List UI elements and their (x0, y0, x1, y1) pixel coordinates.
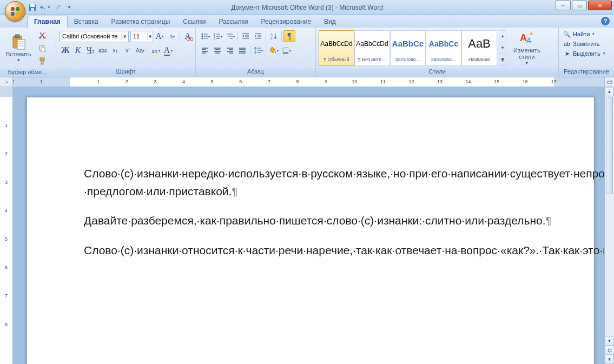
align-left-button[interactable] (199, 44, 211, 56)
minimize-button[interactable]: ─ (556, 1, 571, 10)
tab-page-layout[interactable]: Разметка страницы (104, 16, 176, 28)
qat-customize[interactable]: ▼ (66, 2, 72, 13)
ruler-toggle[interactable] (604, 77, 614, 87)
change-case-button[interactable]: Aa▾ (134, 44, 146, 56)
justify-icon (239, 47, 246, 54)
shading-button[interactable]: ▾ (268, 44, 280, 56)
gallery-more[interactable]: ▼̲ (499, 54, 506, 65)
style-item[interactable]: AaBbCcЗаголово… (390, 30, 426, 66)
bold-button[interactable]: Ж (60, 44, 71, 56)
paragraph[interactable]: Слово·(с)·изнанки·нередко·используется·в… (84, 165, 541, 200)
line-spacing-button[interactable]: ▾ (252, 44, 264, 56)
font-family-combo[interactable]: ▾ (60, 31, 129, 42)
svg-rect-67 (608, 81, 612, 83)
align-right-button[interactable] (224, 44, 236, 56)
underline-button[interactable]: Ч▾ (84, 44, 96, 56)
bullets-button[interactable]: ▾ (199, 30, 211, 42)
vertical-ruler[interactable]: 12345678 (0, 87, 13, 364)
gallery-down[interactable]: ▼ (499, 42, 506, 54)
svg-point-23 (201, 38, 203, 39)
tab-references[interactable]: Ссылки (176, 16, 212, 28)
gallery-up[interactable]: ▲ (499, 31, 506, 43)
qat-save[interactable] (27, 2, 38, 13)
font-size-input[interactable] (131, 33, 147, 39)
chevron-down-icon[interactable]: ▾ (121, 33, 128, 40)
separator (266, 31, 266, 42)
ruler-label: 1 (40, 79, 43, 84)
paragraph[interactable]: Давайте·разберемся,·как·правильно·пишетс… (84, 212, 541, 230)
style-preview: AaB (462, 31, 497, 57)
font-color-button[interactable]: A▾ (162, 44, 174, 56)
style-item[interactable]: AaBbCcЗаголово… (426, 30, 461, 66)
replace-button[interactable]: abЗаменить (561, 39, 612, 49)
help-button[interactable]: ? (601, 17, 610, 25)
grow-font-button[interactable]: A▴ (154, 30, 166, 42)
align-center-button[interactable] (212, 44, 223, 56)
document-content[interactable]: Слово·(с)·изнанки·нередко·используется·в… (84, 165, 541, 271)
chevron-down-icon[interactable]: ▾ (147, 33, 153, 40)
document-page[interactable]: Слово·(с)·изнанки·нередко·используется·в… (27, 97, 595, 364)
show-paragraph-marks-button[interactable]: ¶ (283, 30, 295, 42)
style-item[interactable]: AaBНазвание (461, 30, 497, 66)
borders-button[interactable]: ▾ (280, 44, 292, 56)
tab-mailings[interactable]: Рассылки (213, 16, 255, 28)
numbering-button[interactable]: 123▾ (212, 30, 223, 42)
vertical-scrollbar[interactable]: ▲ ▼ ▼ (604, 87, 614, 364)
style-item[interactable]: AaBbCcDd¶ Без инте… (354, 30, 390, 66)
style-item[interactable]: AaBbCcDd¶ Обычный (319, 30, 354, 66)
multilevel-list-button[interactable]: ▾ (224, 30, 236, 42)
paste-button[interactable]: Вставить ▼ (3, 30, 35, 67)
close-button[interactable]: ✕ (588, 1, 612, 10)
prev-page-button[interactable] (605, 346, 614, 355)
find-button[interactable]: 🔍Найти▾ (561, 29, 612, 39)
subscript-button[interactable]: x₂ (109, 44, 121, 56)
font-family-input[interactable] (60, 33, 121, 39)
tab-home[interactable]: Главная (27, 16, 68, 28)
increase-indent-button[interactable] (252, 30, 264, 42)
sort-button[interactable]: AZ (268, 30, 280, 42)
ruler-label: 3 (5, 180, 8, 185)
ruler-bar: └ 211234567891011121314151617 (0, 77, 614, 87)
chevron-down-icon: ▼ (16, 58, 21, 63)
italic-button[interactable]: К (72, 44, 84, 56)
tab-insert[interactable]: Вставка (68, 16, 105, 28)
change-styles-button[interactable]: AA Изменить стили ▼ (510, 30, 544, 67)
title-bar: ▼ ▼ Документ Microsoft Office Word (3) -… (0, 0, 614, 15)
ruler-label: 5 (211, 79, 214, 84)
paragraph[interactable]: Слово·(с)·изнанки·относится·к·части·речи… (84, 242, 541, 260)
strikethrough-button[interactable]: abc (97, 44, 109, 56)
justify-button[interactable] (236, 44, 248, 56)
qat-redo[interactable] (53, 2, 64, 13)
cut-button[interactable] (36, 29, 48, 41)
shrink-font-button[interactable]: A▾ (166, 30, 178, 42)
decrease-indent-button[interactable] (240, 30, 252, 42)
copy-button[interactable] (36, 42, 48, 54)
superscript-button[interactable]: x² (122, 44, 134, 56)
window-controls: ─ ▭ ✕ (554, 1, 612, 10)
scroll-thumb[interactable] (606, 97, 613, 194)
clear-formatting-button[interactable]: A⌫ (182, 30, 194, 42)
format-painter-button[interactable] (36, 55, 48, 67)
next-page-button[interactable]: ▼ (605, 355, 614, 364)
cut-icon (38, 31, 46, 39)
select-button[interactable]: ➤Выделить▾ (561, 49, 612, 58)
pilcrow-icon: ¶ (232, 185, 237, 197)
scroll-down-button[interactable]: ▼ (605, 336, 614, 346)
font-size-combo[interactable]: ▾ (130, 31, 153, 42)
tab-review[interactable]: Рецензирование (254, 16, 318, 28)
tab-selector[interactable]: └ (0, 77, 13, 87)
office-button[interactable] (5, 1, 25, 22)
maximize-button[interactable]: ▭ (572, 1, 587, 10)
sort-icon: AZ (270, 32, 278, 40)
svg-point-19 (201, 34, 203, 35)
chevron-down-icon: ▼ (525, 61, 529, 65)
style-name: Заголово… (426, 57, 461, 65)
scroll-up-button[interactable]: ▲ (605, 87, 614, 96)
document-area: 12345678 Слово·(с)·изнанки·нередко·испол… (0, 87, 614, 364)
document-viewport[interactable]: Слово·(с)·изнанки·нередко·используется·в… (13, 87, 604, 364)
tab-view[interactable]: Вид (318, 16, 342, 28)
qat-undo[interactable]: ▼ (40, 2, 51, 13)
highlight-button[interactable]: ab▾ (150, 44, 162, 56)
svg-rect-63 (283, 48, 288, 53)
horizontal-ruler[interactable]: 211234567891011121314151617 (13, 77, 604, 87)
